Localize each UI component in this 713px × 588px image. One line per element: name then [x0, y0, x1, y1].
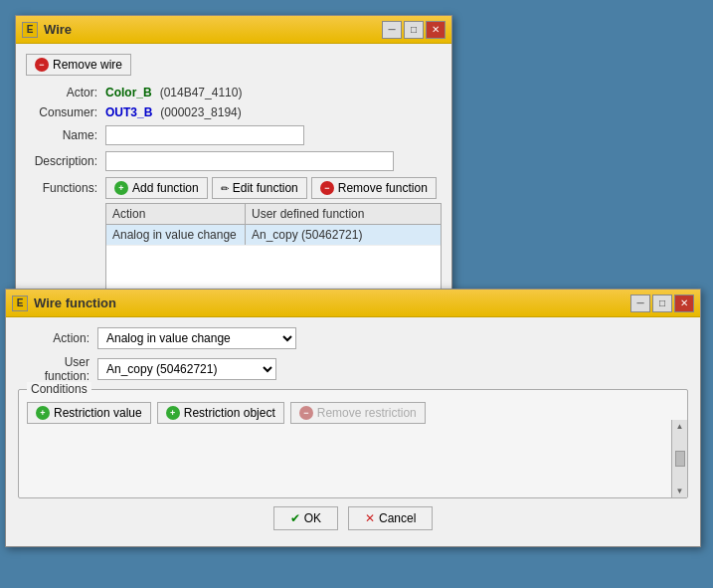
wire-function-title: Wire function — [34, 295, 116, 310]
scroll-thumb — [675, 451, 685, 467]
user-function-select[interactable]: An_copy (50462721) — [97, 358, 276, 380]
edit-function-icon — [221, 181, 229, 195]
restriction-object-icon: + — [166, 406, 180, 420]
consumer-label: Consumer: — [26, 105, 105, 119]
ok-label: OK — [304, 511, 321, 525]
ok-button[interactable]: ✔ OK — [273, 506, 338, 530]
wire-window-title: Wire — [44, 22, 72, 37]
actor-row: Actor: Color_B (014B47_4110) — [26, 86, 442, 99]
user-function-row: User function: An_copy (50462721) — [18, 355, 688, 383]
action-select[interactable]: Analog in value change — [97, 327, 296, 349]
description-input[interactable] — [105, 151, 394, 171]
action-row: Action: Analog in value change — [18, 327, 688, 349]
wire-function-minimize[interactable]: ─ — [630, 294, 650, 312]
actor-id: (014B47_4110) — [160, 86, 243, 99]
description-row: Description: — [26, 151, 442, 171]
wire-window-icon: E — [22, 22, 38, 38]
conditions-legend: Conditions — [27, 382, 91, 396]
actor-label: Actor: — [26, 86, 105, 99]
functions-table-header: Action User defined function — [106, 204, 441, 225]
cancel-x-icon: ✕ — [365, 511, 375, 525]
action-label: Action: — [18, 331, 97, 345]
remove-wire-label: Remove wire — [53, 58, 122, 72]
functions-table: Action User defined function Analog in v… — [105, 203, 442, 296]
functions-row: Functions: + Add function Edit function … — [26, 177, 442, 296]
restriction-value-label: Restriction value — [54, 406, 142, 420]
name-label: Name: — [26, 128, 105, 142]
col-user-function-header: User defined function — [246, 204, 441, 224]
wire-function-close[interactable]: ✕ — [674, 294, 694, 312]
bottom-buttons: ✔ OK ✕ Cancel — [18, 506, 688, 536]
table-cell-user-function: An_copy (50462721) — [246, 225, 441, 245]
cancel-label: Cancel — [379, 511, 416, 525]
restriction-value-button[interactable]: + Restriction value — [27, 402, 151, 424]
edit-function-label: Edit function — [233, 181, 298, 195]
scroll-down-arrow[interactable]: ▼ — [676, 487, 684, 495]
scroll-up-arrow[interactable]: ▲ — [676, 422, 684, 431]
description-label: Description: — [26, 154, 105, 168]
remove-restriction-label: Remove restriction — [317, 406, 417, 420]
wire-window: E Wire ─ □ ✕ − Remove wire Actor: Color_… — [15, 15, 452, 313]
col-action-header: Action — [106, 204, 246, 224]
remove-function-label: Remove function — [338, 181, 428, 195]
restriction-object-button[interactable]: + Restriction object — [157, 402, 284, 424]
functions-label: Functions: — [26, 177, 105, 195]
conditions-scrollbar[interactable]: ▲ ▼ — [671, 420, 687, 497]
table-row[interactable]: Analog in value change An_copy (50462721… — [106, 225, 441, 246]
wire-function-titlebar: E Wire function ─ □ ✕ — [6, 290, 700, 317]
wire-function-icon: E — [12, 295, 28, 311]
add-function-button[interactable]: + Add function — [105, 177, 208, 199]
conditions-group: Conditions + Restriction value + Restric… — [18, 389, 688, 498]
table-cell-action: Analog in value change — [106, 225, 246, 245]
ok-check-icon: ✔ — [290, 511, 300, 525]
restriction-object-label: Restriction object — [184, 406, 275, 420]
wire-window-minimize[interactable]: ─ — [382, 21, 402, 39]
user-function-label: User function: — [18, 355, 97, 383]
wire-window-maximize[interactable]: □ — [404, 21, 424, 39]
remove-function-button[interactable]: − Remove function — [311, 177, 437, 199]
name-row: Name: — [26, 125, 442, 145]
wire-window-titlebar: E Wire ─ □ ✕ — [16, 16, 451, 44]
wire-function-window: E Wire function ─ □ ✕ Action: Analog in … — [5, 289, 701, 547]
edit-function-button[interactable]: Edit function — [212, 177, 307, 199]
add-function-label: Add function — [132, 181, 199, 195]
actor-value: Color_B — [105, 86, 152, 99]
restriction-value-icon: + — [36, 406, 50, 420]
name-input[interactable] — [105, 125, 304, 145]
add-function-icon: + — [114, 181, 128, 195]
cancel-button[interactable]: ✕ Cancel — [348, 506, 433, 530]
consumer-id: (000023_8194) — [160, 105, 241, 119]
consumer-value: OUT3_B — [105, 105, 152, 119]
remove-restriction-icon: − — [299, 406, 313, 420]
remove-wire-button[interactable]: − Remove wire — [26, 54, 131, 76]
remove-function-icon: − — [320, 181, 334, 195]
wire-function-maximize[interactable]: □ — [652, 294, 672, 312]
remove-restriction-button[interactable]: − Remove restriction — [290, 402, 426, 424]
wire-window-close[interactable]: ✕ — [426, 21, 446, 39]
consumer-row: Consumer: OUT3_B (000023_8194) — [26, 105, 442, 119]
remove-wire-icon: − — [35, 58, 49, 72]
